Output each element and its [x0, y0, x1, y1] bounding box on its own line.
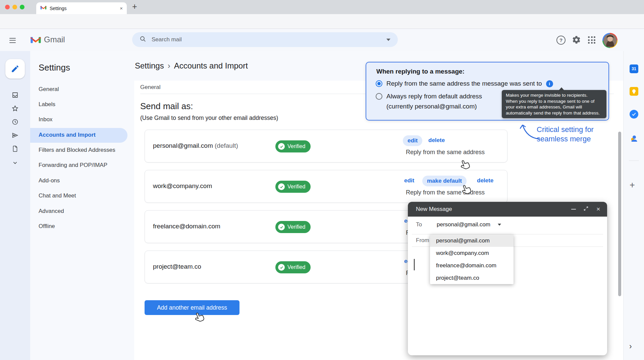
search-icon[interactable]	[140, 36, 146, 44]
radio-label: Always reply from default address	[386, 93, 482, 100]
nav-item-addons[interactable]: Add-ons	[39, 177, 60, 184]
check-icon	[278, 264, 285, 271]
keep-icon[interactable]	[630, 87, 638, 96]
window-close-button[interactable]	[5, 5, 10, 9]
breadcrumb-separator: ›	[168, 61, 170, 70]
expand-icon[interactable]	[583, 206, 589, 213]
compose-titlebar[interactable]: New Message ✕	[408, 202, 607, 217]
settings-gear-icon[interactable]	[572, 35, 581, 46]
drafts-icon[interactable]	[11, 145, 19, 154]
hand-cursor-icon	[460, 184, 472, 195]
hand-cursor-icon	[459, 159, 470, 171]
tooltip-caret	[559, 87, 564, 90]
help-icon[interactable]: ?	[556, 36, 566, 45]
nav-item-inbox[interactable]: Inbox	[39, 116, 53, 123]
dropdown-item-freelance[interactable]: freelance@domain.com	[430, 259, 514, 272]
breadcrumb-current: Accounts and Import	[174, 61, 248, 70]
dropdown-item-project[interactable]: project@team.co	[430, 272, 514, 284]
browser-tab-strip: Settings × +	[0, 0, 644, 14]
edit-link[interactable]: edit	[403, 135, 422, 146]
sent-icon[interactable]	[11, 132, 19, 140]
nav-item-general[interactable]: General	[39, 86, 59, 93]
tab-close-icon[interactable]: ×	[120, 5, 123, 11]
settings-nav-title: Settings	[39, 62, 70, 73]
general-tab-label[interactable]: General	[140, 84, 160, 91]
radio-row-same-address[interactable]: Reply from the same address the message …	[376, 80, 553, 87]
radio-selected-icon[interactable]	[376, 80, 382, 87]
nav-item-filters[interactable]: Filters and Blocked Addresses	[39, 147, 115, 153]
check-icon	[278, 143, 285, 150]
google-apps-icon[interactable]	[588, 36, 595, 44]
tasks-icon[interactable]	[630, 110, 638, 119]
nav-item-accounts-and-import[interactable]: Accounts and Import	[39, 132, 96, 138]
annotation-line: seamless merge	[537, 134, 624, 144]
window-minimize-button[interactable]	[12, 5, 17, 9]
starred-icon[interactable]	[11, 105, 19, 114]
window-zoom-button[interactable]	[20, 5, 24, 9]
more-labels-chevron-icon[interactable]	[11, 159, 19, 168]
search-bar[interactable]: Search mail	[132, 32, 398, 47]
verified-badge: Verified	[275, 181, 311, 193]
breadcrumb: Settings›Accounts and Import	[135, 61, 248, 71]
nav-item-advanced[interactable]: Advanced	[39, 208, 64, 215]
send-mail-as-title: Send mail as:	[140, 101, 193, 111]
radio-label: Reply from the same address the message …	[386, 80, 542, 87]
contacts-icon[interactable]	[630, 134, 638, 143]
new-tab-button[interactable]: +	[132, 2, 137, 11]
browser-tab[interactable]: Settings ×	[36, 2, 127, 14]
nav-item-offline[interactable]: Offline	[39, 223, 55, 230]
side-panel-collapse-icon[interactable]: ›	[629, 342, 632, 351]
check-icon	[278, 224, 285, 230]
dropdown-item-work[interactable]: work@company.com	[430, 247, 514, 259]
verified-badge: Verified	[275, 221, 311, 233]
account-avatar[interactable]	[602, 33, 618, 48]
verified-badge: Verified	[275, 140, 311, 152]
default-suffix: (default)	[215, 142, 238, 149]
compose-title: New Message	[416, 206, 571, 213]
breadcrumb-root[interactable]: Settings	[135, 61, 164, 70]
snoozed-icon[interactable]	[11, 118, 19, 127]
delete-link[interactable]: delete	[428, 137, 445, 144]
minimize-icon[interactable]	[571, 209, 576, 210]
add-another-email-button[interactable]: Add another email address	[145, 300, 239, 315]
pencil-icon	[11, 64, 19, 73]
search-options-caret-icon[interactable]	[386, 39, 390, 41]
main-menu-icon[interactable]	[9, 36, 16, 44]
nav-item-chat-and-meet[interactable]: Chat and Meet	[39, 192, 76, 199]
nav-item-forwarding[interactable]: Forwarding and POP/IMAP	[39, 162, 107, 169]
dropdown-item-personal[interactable]: personal@gmail.com	[430, 234, 514, 247]
settings-nav	[30, 51, 134, 360]
edit-link[interactable]: edit	[404, 177, 414, 184]
text-cursor	[414, 259, 415, 270]
annotation-arrow	[518, 122, 542, 141]
gmail-logo-icon	[30, 36, 41, 45]
compose-button[interactable]	[5, 59, 25, 79]
nav-item-labels[interactable]: Labels	[39, 101, 55, 108]
browser-toolbar: https://mail.google.com/mail/u/0/#settin…	[0, 14, 644, 29]
to-dropdown-caret-icon[interactable]	[498, 224, 501, 226]
account-email: freelance@domain.com	[153, 223, 220, 230]
radio-row-default-address[interactable]: Always reply from default address	[376, 93, 482, 100]
divider	[629, 161, 639, 161]
content-scrollbar-thumb[interactable]	[618, 132, 621, 296]
gmail-header: Gmail Search mail ?	[0, 29, 644, 51]
close-icon[interactable]: ✕	[596, 206, 600, 212]
to-value[interactable]: personal@gmail.com	[437, 221, 490, 228]
info-icon[interactable]: i	[546, 80, 553, 87]
tab-title: Settings	[50, 6, 117, 11]
radio-label-line2: (currently personal@gmail.com)	[386, 103, 477, 110]
account-email: work@company.com	[153, 182, 212, 190]
calendar-icon[interactable]: 31	[630, 64, 638, 73]
inbox-icon[interactable]	[11, 91, 19, 100]
verified-badge: Verified	[275, 261, 311, 273]
tooltip-line: automatically send the reply from that a…	[506, 110, 602, 116]
radio-unselected-icon[interactable]	[376, 93, 382, 100]
account-email: personal@gmail.com (default)	[153, 142, 238, 149]
tooltip-line: When you reply to a message sent to one …	[506, 98, 602, 104]
get-addons-icon[interactable]: +	[630, 180, 635, 190]
callout-title: When replying to a message:	[376, 68, 465, 75]
screen: Settings × + https://mail.google.com/mai…	[0, 0, 644, 360]
search-placeholder[interactable]: Search mail	[152, 36, 381, 43]
from-label: From	[416, 237, 429, 244]
delete-link[interactable]: delete	[477, 177, 493, 184]
